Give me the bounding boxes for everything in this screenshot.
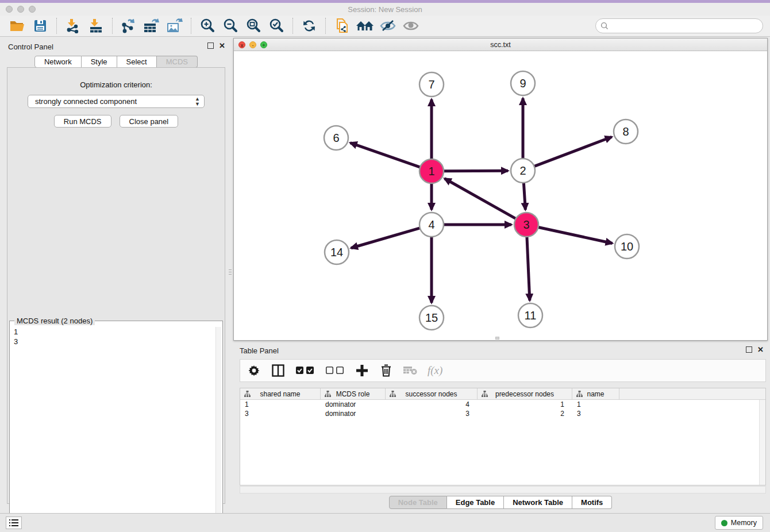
mcds-result-list[interactable]: 1 3 — [11, 327, 215, 532]
close-panel-icon[interactable]: ✕ — [219, 43, 225, 49]
cell-shared-name[interactable]: 3 — [240, 409, 321, 418]
memory-status-icon — [721, 520, 727, 526]
table-panel-header: Table Panel ✕ — [235, 344, 766, 356]
cell-predecessor-nodes[interactable]: 1 — [478, 400, 572, 409]
cell-name[interactable]: 1 — [572, 400, 619, 409]
zoom-selected-icon[interactable] — [267, 17, 286, 34]
eye-slash-icon[interactable] — [378, 17, 398, 34]
toolbar-separator — [112, 18, 113, 34]
edge-4-14[interactable] — [351, 228, 421, 248]
node-label-9: 9 — [519, 77, 526, 90]
trash-icon[interactable] — [379, 364, 393, 377]
node-label-3: 3 — [523, 218, 529, 231]
edge-2-8[interactable] — [534, 137, 612, 167]
tab-node-table[interactable]: Node Table — [389, 496, 447, 509]
table-header-row: shared nameMCDS rolesuccessor nodesprede… — [240, 388, 765, 400]
control-tab-select[interactable]: Select — [117, 56, 157, 68]
cell-MCDS-role[interactable]: dominator — [321, 400, 386, 409]
edge-1-6[interactable] — [351, 143, 421, 168]
gear-icon[interactable] — [247, 364, 261, 377]
column-header-label: predecessor nodes — [495, 390, 554, 398]
application-window: Session: New Session — [0, 0, 770, 532]
node-label-10: 10 — [621, 240, 633, 253]
memory-button[interactable]: Memory — [715, 516, 763, 530]
table-row[interactable]: 1dominator411 — [240, 400, 765, 409]
cell-successor-nodes[interactable]: 3 — [386, 409, 478, 418]
close-table-panel-icon[interactable]: ✕ — [757, 346, 764, 353]
column-header-shared-name[interactable]: shared name — [240, 388, 321, 399]
node-label-6: 6 — [333, 132, 339, 144]
table-toolbar: f(x) — [240, 359, 766, 382]
titlebar: Session: New Session — [0, 3, 770, 16]
mcds-panel: Optimization criterion: strongly connect… — [7, 67, 225, 504]
split-columns-icon[interactable] — [271, 364, 285, 377]
network-graph[interactable]: 7968124314101511 — [234, 51, 767, 340]
table-vertical-scrollbar[interactable] — [759, 400, 765, 485]
column-header-name[interactable]: name — [572, 388, 619, 399]
cell-shared-name[interactable]: 1 — [240, 400, 321, 409]
optimization-criterion-label: Optimization criterion: — [7, 80, 225, 89]
column-header-filler — [619, 388, 765, 399]
panel-splitter-handle[interactable] — [229, 264, 232, 279]
network-window-titlebar[interactable]: x - + scc.txt — [234, 38, 767, 51]
table-horizontal-scrollbar[interactable] — [240, 486, 766, 494]
function-builder-icon-disabled: f(x) — [428, 364, 442, 377]
canvas-scroll-thumb[interactable] — [495, 337, 499, 340]
document-share-icon[interactable] — [332, 17, 352, 34]
deselect-all-checkboxes-icon[interactable] — [325, 364, 345, 377]
eye-icon[interactable] — [401, 17, 421, 34]
column-header-successor-nodes[interactable]: successor nodes — [386, 388, 478, 399]
save-session-icon[interactable] — [30, 17, 50, 34]
table-panel-title: Table Panel — [240, 346, 279, 355]
zoom-out-icon[interactable] — [221, 17, 240, 34]
control-tab-network[interactable]: Network — [34, 56, 82, 68]
table-row[interactable]: 3dominator323 — [240, 409, 765, 418]
zoom-fit-icon[interactable] — [244, 17, 263, 34]
edge-3-11[interactable] — [527, 236, 530, 300]
cell-name[interactable]: 3 — [572, 409, 619, 418]
image-export-icon[interactable] — [165, 17, 184, 34]
edge-3-1[interactable] — [445, 179, 517, 219]
double-house-icon[interactable] — [355, 17, 375, 34]
edge-2-3[interactable] — [523, 182, 525, 210]
control-tab-mcds[interactable]: MCDS — [157, 56, 198, 68]
float-table-panel-icon[interactable] — [746, 346, 752, 353]
table-export-icon[interactable] — [142, 17, 161, 34]
delete-table-icon-disabled — [403, 364, 417, 377]
cell-successor-nodes[interactable]: 4 — [386, 400, 478, 409]
import-table-icon[interactable] — [86, 17, 106, 34]
optimization-criterion-dropdown[interactable]: strongly connected component ▲▼ — [28, 95, 205, 108]
cell-predecessor-nodes[interactable]: 2 — [478, 409, 572, 418]
tab-edge-table[interactable]: Edge Table — [447, 496, 504, 509]
open-session-icon[interactable] — [7, 17, 27, 34]
close-panel-button[interactable]: Close panel — [120, 115, 179, 128]
select-all-checkboxes-icon[interactable] — [295, 364, 315, 377]
node-table[interactable]: shared nameMCDS rolesuccessor nodesprede… — [240, 388, 766, 485]
cell-MCDS-role[interactable]: dominator — [321, 409, 386, 418]
float-panel-icon[interactable] — [207, 43, 214, 49]
refresh-icon[interactable] — [299, 17, 319, 34]
search-field-wrap — [595, 18, 763, 33]
tab-motifs[interactable]: Motifs — [572, 496, 612, 509]
mcds-result-group: MCDS result (2 nodes) 1 3 — [9, 321, 223, 532]
result-scrollbar[interactable] — [215, 327, 221, 532]
network-canvas[interactable]: 7968124314101511 — [234, 51, 767, 340]
task-history-button[interactable] — [6, 516, 22, 529]
run-mcds-button[interactable]: Run MCDS — [54, 115, 111, 128]
search-input[interactable] — [595, 18, 763, 33]
edge-1-2[interactable] — [443, 171, 508, 171]
column-header-MCDS-role[interactable]: MCDS role — [321, 388, 386, 399]
network-window-title: scc.txt — [234, 41, 767, 49]
node-label-7: 7 — [428, 78, 434, 91]
toolbar-separator — [292, 18, 293, 34]
import-network-icon[interactable] — [63, 17, 83, 34]
toolbar-separator — [56, 18, 57, 34]
zoom-in-icon[interactable] — [198, 17, 217, 34]
tab-network-table[interactable]: Network Table — [504, 496, 572, 509]
node-label-14: 14 — [330, 246, 343, 259]
network-export-icon[interactable] — [119, 17, 138, 34]
edge-3-10[interactable] — [538, 227, 613, 243]
add-column-plus-icon[interactable] — [355, 364, 369, 377]
control-tab-style[interactable]: Style — [82, 56, 117, 68]
column-header-predecessor-nodes[interactable]: predecessor nodes — [478, 388, 572, 399]
